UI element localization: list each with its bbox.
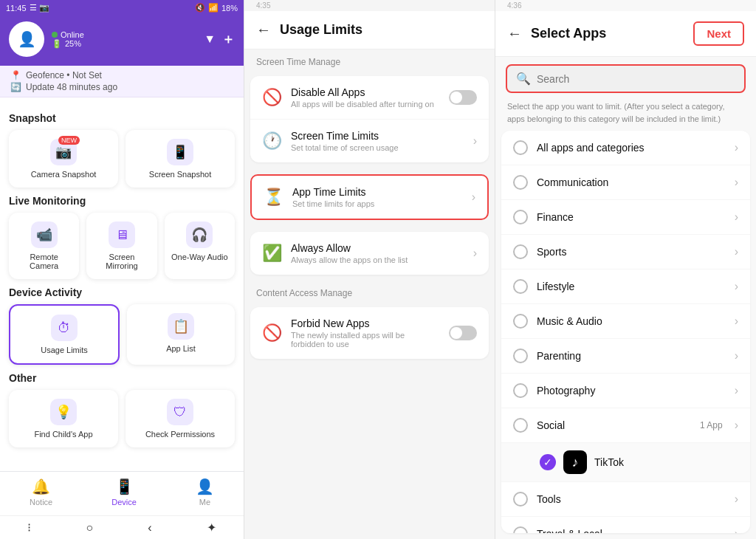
nav-notice[interactable]: 🔔 Notice [30,478,52,507]
radio-communication[interactable] [513,175,528,190]
screen-time-limits-item[interactable]: 🕐 Screen Time Limits Set total time of s… [250,120,489,162]
nav-me[interactable]: 👤 Me [196,478,214,507]
category-parenting[interactable]: Parenting › [501,339,750,374]
category-all[interactable]: All apps and categories › [501,131,750,165]
back-btn[interactable]: ‹ [148,521,151,535]
chevron-travel: › [735,527,738,533]
radio-tools[interactable] [513,492,528,507]
right-time: 4:36 [495,0,756,11]
disable-all-toggle[interactable] [449,90,477,105]
menu-btn[interactable]: ⁝ [27,521,31,535]
battery-pct: 25% [65,39,81,48]
category-tools[interactable]: Tools › [501,482,750,517]
radio-social[interactable] [513,418,528,433]
find-child-app-card[interactable]: 💡 Find Child's App [9,390,118,447]
add-icon[interactable]: ＋ [221,30,235,48]
app-time-limits-highlighted[interactable]: ⏳ App Time Limits Set time limits for ap… [250,174,489,220]
category-communication-label: Communication [537,176,726,188]
category-tools-label: Tools [537,493,726,505]
category-photography[interactable]: Photography › [501,374,750,408]
category-social[interactable]: Social 1 App › [501,408,750,443]
geofence-icon: 📍 [10,70,21,80]
home-btn[interactable]: ○ [86,521,93,535]
camera-snapshot-card[interactable]: 📷 NEW Camera Snapshot [9,130,118,188]
select-hint: Select the app you want to limit. (After… [495,100,756,131]
device-activity-row: ⏱ Usage Limits 📋 App List [9,304,235,365]
screen-time-arrow: › [473,134,477,148]
always-allow-text: Always Allow Always allow the apps on th… [291,242,464,264]
radio-parenting[interactable] [513,349,528,363]
nav-device[interactable]: 📱 Device [111,478,137,507]
tiktok-icon: ♪ [563,450,587,474]
new-badge: NEW [58,136,80,145]
usage-limits-icon: ⏱ [51,315,78,341]
profile-battery: 🔋 25% [52,39,84,49]
one-way-audio-card[interactable]: 🎧 One-Way Audio [165,213,235,279]
category-communication[interactable]: Communication › [501,165,750,200]
always-allow-item[interactable]: ✅ Always Allow Always allow the apps on … [250,232,489,275]
radio-sports[interactable] [513,244,528,259]
search-input[interactable] [537,73,735,85]
forbid-desc: The newly installed apps will be forbidd… [291,331,440,349]
usage-limits-back-btn[interactable]: ← [256,21,271,38]
category-sports[interactable]: Sports › [501,235,750,270]
usage-limits-card[interactable]: ⏱ Usage Limits [9,304,120,365]
app-list-card[interactable]: 📋 App List [127,304,235,365]
category-lifestyle-label: Lifestyle [537,281,726,292]
screen-snapshot-card[interactable]: 📱 Screen Snapshot [126,130,235,188]
one-way-audio-icon: 🎧 [186,222,213,248]
social-count: 1 App [700,420,723,430]
avatar: 👤 [9,21,44,57]
next-button[interactable]: Next [693,21,744,46]
remote-camera-card[interactable]: 📹 Remote Camera [9,213,79,279]
profile-status: Online [52,30,84,39]
radio-all[interactable] [513,140,528,155]
category-finance[interactable]: Finance › [501,200,750,235]
battery-display: 18% [221,4,238,13]
camera-snapshot-icon-wrap: 📷 NEW [50,139,77,165]
tiktok-item[interactable]: ✓ ♪ TikTok [501,443,750,482]
app-time-limits-item[interactable]: ⏳ App Time Limits Set time limits for ap… [252,176,487,219]
forbid-toggle[interactable] [449,326,477,340]
status-bar: 11:45 ☰ 📷 🔇 📶 18% [0,0,244,16]
find-child-icon: 💡 [50,399,77,425]
app-time-arrow: › [472,190,475,204]
device-label: Device [111,498,137,507]
app-list-icon: 📋 [168,313,194,340]
category-travel[interactable]: Travel & Local › [501,517,750,533]
search-box[interactable]: 🔍 [506,64,746,93]
select-apps-back-btn[interactable]: ← [507,25,522,42]
status-bar-right: 🔇 📶 18% [195,3,238,13]
category-music[interactable]: Music & Audio › [501,304,750,339]
always-allow-title: Always Allow [291,242,464,254]
profile-controls[interactable]: ▼ ＋ [204,30,235,48]
expand-icon[interactable]: ▼ [204,32,216,46]
disable-all-desc: All apps will be disabled after turning … [291,100,440,109]
other-row: 💡 Find Child's App 🛡 Check Permissions [9,390,235,447]
screen-time-title: Screen Time Limits [291,130,464,142]
screen-snapshot-icon: 📱 [167,139,193,165]
chevron-parenting: › [735,349,738,363]
forbid-new-apps-item[interactable]: 🚫 Forbid New Apps The newly installed ap… [250,307,489,359]
live-monitoring-title: Live Monitoring [9,195,235,207]
disable-all-apps-item[interactable]: 🚫 Disable All Apps All apps will be disa… [250,76,489,120]
radio-travel[interactable] [513,526,528,533]
check-permissions-card[interactable]: 🛡 Check Permissions [126,390,235,447]
bottom-nav: 🔔 Notice 📱 Device 👤 Me [0,471,244,515]
notice-icon: 🔔 [32,478,50,495]
screen-mirroring-card[interactable]: 🖥 Screen Mirroring [86,213,157,279]
assist-btn[interactable]: ✦ [207,521,216,535]
radio-finance[interactable] [513,210,528,224]
geofence-label: 📍 Geofence • Not Set [10,70,233,80]
chevron-all: › [735,141,738,154]
screen-snapshot-label: Screen Snapshot [149,170,211,179]
me-icon: 👤 [196,478,214,495]
category-music-label: Music & Audio [537,315,726,327]
usage-limits-title: Usage Limits [280,22,362,38]
radio-lifestyle[interactable] [513,279,528,294]
radio-photography[interactable] [513,383,528,398]
forbid-title: Forbid New Apps [291,317,440,329]
chevron-music: › [735,315,738,328]
radio-music[interactable] [513,314,528,329]
category-lifestyle[interactable]: Lifestyle › [501,270,750,304]
